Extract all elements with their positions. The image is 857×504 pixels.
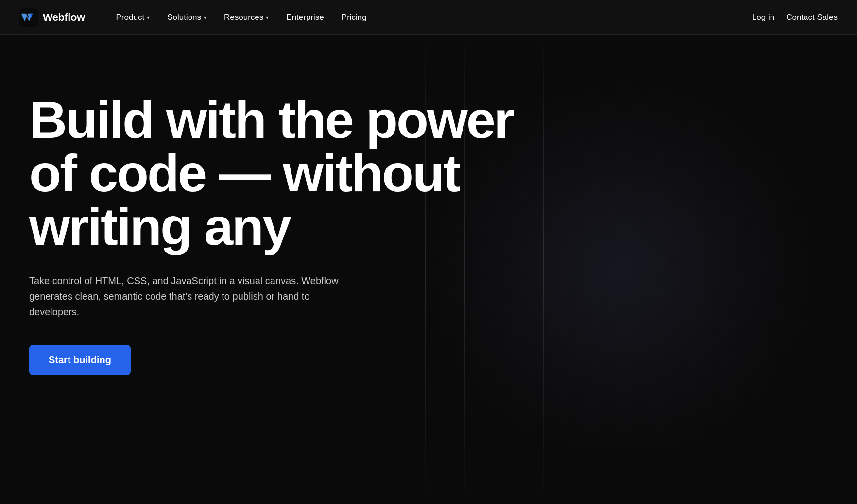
v-line-5 — [543, 35, 544, 504]
nav-actions: Log in Contact Sales — [752, 13, 838, 22]
hero-content: Build with the power of code — without w… — [29, 93, 539, 375]
nav-resources[interactable]: Resources ▾ — [216, 9, 276, 26]
webflow-logo-icon — [19, 8, 38, 27]
contact-sales-link[interactable]: Contact Sales — [786, 13, 838, 22]
nav-links: Product ▾ Solutions ▾ Resources ▾ Enterp… — [108, 9, 752, 26]
chevron-down-icon: ▾ — [147, 14, 150, 21]
hero-section: Build with the power of code — without w… — [0, 35, 857, 504]
nav-solutions[interactable]: Solutions ▾ — [159, 9, 214, 26]
nav-pricing[interactable]: Pricing — [334, 9, 375, 26]
chevron-down-icon: ▾ — [266, 14, 269, 21]
chevron-down-icon: ▾ — [204, 14, 206, 21]
login-link[interactable]: Log in — [752, 13, 774, 22]
logo-link[interactable]: Webflow — [19, 8, 85, 27]
navbar: Webflow Product ▾ Solutions ▾ Resources … — [0, 0, 857, 35]
hero-subtext: Take control of HTML, CSS, and JavaScrip… — [29, 273, 360, 319]
logo-text: Webflow — [43, 11, 85, 24]
start-building-button[interactable]: Start building — [29, 345, 131, 375]
hero-headline: Build with the power of code — without w… — [29, 93, 539, 253]
nav-product[interactable]: Product ▾ — [108, 9, 158, 26]
nav-enterprise[interactable]: Enterprise — [278, 9, 331, 26]
